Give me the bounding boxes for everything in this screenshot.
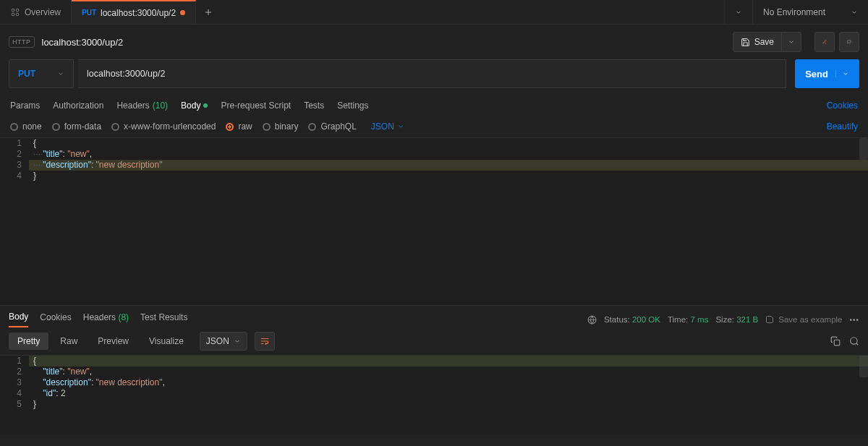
- globe-icon[interactable]: [587, 315, 597, 325]
- response-more-button[interactable]: •••: [849, 316, 859, 324]
- editor-scrollbar[interactable]: [859, 356, 868, 377]
- format-raw[interactable]: Raw: [51, 333, 86, 350]
- search-icon[interactable]: [849, 336, 859, 346]
- tab-headers[interactable]: Headers (10): [116, 100, 168, 111]
- svg-point-6: [851, 338, 857, 344]
- edit-button[interactable]: [814, 32, 835, 52]
- response-tab-testresults[interactable]: Test Results: [140, 312, 187, 327]
- tab-overview-label: Overview: [25, 7, 61, 17]
- chevron-down-icon: [842, 70, 849, 77]
- save-options-button[interactable]: [782, 32, 801, 52]
- method-value: PUT: [18, 69, 35, 79]
- overview-icon: [10, 7, 20, 17]
- request-title: localhost:3000/up/2: [42, 37, 124, 48]
- response-tab-body[interactable]: Body: [9, 312, 28, 327]
- response-format-row: Pretty Raw Preview Visualize JSON: [0, 327, 868, 355]
- url-row: PUT Send: [0, 59, 868, 95]
- request-subtabs: Params Authorization Headers (10) Body P…: [0, 95, 868, 116]
- method-select[interactable]: PUT: [9, 59, 74, 88]
- bodytype-formdata[interactable]: form-data: [52, 121, 101, 132]
- comments-button[interactable]: [839, 32, 859, 52]
- format-preview[interactable]: Preview: [89, 333, 137, 350]
- bodytype-binary[interactable]: binary: [263, 121, 299, 132]
- wrap-icon: [260, 336, 270, 346]
- tab-method-badge: PUT: [82, 9, 96, 17]
- send-button[interactable]: Send: [795, 59, 859, 88]
- wrap-lines-button[interactable]: [255, 332, 275, 351]
- bodytype-none[interactable]: none: [10, 121, 42, 132]
- response-tab-headers[interactable]: Headers (8): [83, 312, 129, 327]
- chevron-down-icon: [57, 70, 64, 77]
- cookies-link[interactable]: Cookies: [827, 100, 858, 111]
- bodytype-xwww[interactable]: x-www-form-urlencoded: [111, 121, 216, 132]
- plus-icon: [204, 8, 213, 17]
- comment-icon: [847, 37, 851, 47]
- chevron-down-icon: [788, 38, 795, 46]
- svg-point-1: [16, 9, 19, 12]
- status-value: 200 OK: [632, 315, 660, 324]
- pencil-icon: [822, 37, 827, 47]
- save-label: Save: [754, 37, 774, 47]
- tab-title: localhost:3000/up/2: [101, 8, 176, 18]
- response-meta: Status: 200 OK Time: 7 ms Size: 321 B Sa…: [587, 315, 859, 325]
- tab-request-active[interactable]: PUT localhost:3000/up/2: [72, 0, 196, 24]
- chevron-down-icon: [735, 9, 742, 16]
- response-tabs: Body Cookies Headers (8) Test Results St…: [0, 305, 868, 327]
- http-badge: HTTP: [9, 36, 35, 48]
- tab-history-chevron[interactable]: [724, 0, 752, 24]
- tab-prerequest[interactable]: Pre-request Script: [221, 100, 291, 111]
- chevron-down-icon: [397, 123, 404, 130]
- tab-params[interactable]: Params: [10, 100, 40, 111]
- svg-point-0: [12, 9, 14, 12]
- save-icon: [765, 315, 774, 324]
- save-button-group: Save: [733, 32, 801, 52]
- tab-tests[interactable]: Tests: [304, 100, 324, 111]
- add-tab-button[interactable]: [196, 0, 221, 24]
- save-icon: [741, 38, 750, 47]
- response-tab-cookies[interactable]: Cookies: [40, 312, 71, 327]
- response-body-viewer[interactable]: 1{ 2 "title": "new", 3 "description": "n…: [0, 355, 868, 434]
- svg-point-2: [12, 13, 14, 16]
- request-header-row: HTTP localhost:3000/up/2 Save: [0, 25, 868, 59]
- bodytype-graphql[interactable]: GraphQL: [308, 121, 356, 132]
- format-visualize[interactable]: Visualize: [140, 333, 192, 350]
- beautify-button[interactable]: Beautify: [827, 121, 858, 132]
- svg-rect-5: [834, 340, 840, 346]
- chevron-down-icon: [851, 9, 858, 16]
- svg-point-3: [16, 13, 19, 16]
- headers-count: (10): [153, 100, 168, 111]
- tab-settings[interactable]: Settings: [337, 100, 368, 111]
- response-lang-select[interactable]: JSON: [200, 332, 247, 351]
- url-input[interactable]: [78, 59, 786, 88]
- save-as-example-button[interactable]: Save as example: [765, 315, 842, 324]
- send-options[interactable]: [835, 70, 849, 77]
- response-headers-count: (8): [118, 312, 129, 322]
- tab-body[interactable]: Body: [181, 100, 208, 111]
- size-value: 321 B: [736, 315, 758, 324]
- unsaved-dot-icon: [180, 10, 185, 15]
- body-type-row: none form-data x-www-form-urlencoded raw…: [0, 116, 868, 137]
- bodytype-raw[interactable]: raw: [226, 121, 252, 132]
- tab-authorization[interactable]: Authorization: [53, 100, 103, 111]
- editor-scrollbar[interactable]: [859, 138, 868, 160]
- raw-format-select[interactable]: JSON: [371, 121, 404, 132]
- format-pretty[interactable]: Pretty: [9, 333, 48, 350]
- send-label: Send: [805, 69, 828, 80]
- chevron-down-icon: [234, 338, 241, 345]
- save-button[interactable]: Save: [733, 32, 782, 52]
- tab-overview[interactable]: Overview: [0, 0, 72, 24]
- copy-icon[interactable]: [830, 336, 841, 346]
- time-value: 7 ms: [691, 315, 709, 324]
- top-tabbar: Overview PUT localhost:3000/up/2 No Envi…: [0, 0, 868, 25]
- environment-select[interactable]: No Environment: [752, 0, 868, 24]
- body-active-dot-icon: [203, 103, 208, 108]
- environment-label: No Environment: [763, 7, 825, 17]
- request-body-editor[interactable]: 1{ 2····"title": "new", 3····"descriptio…: [0, 137, 868, 305]
